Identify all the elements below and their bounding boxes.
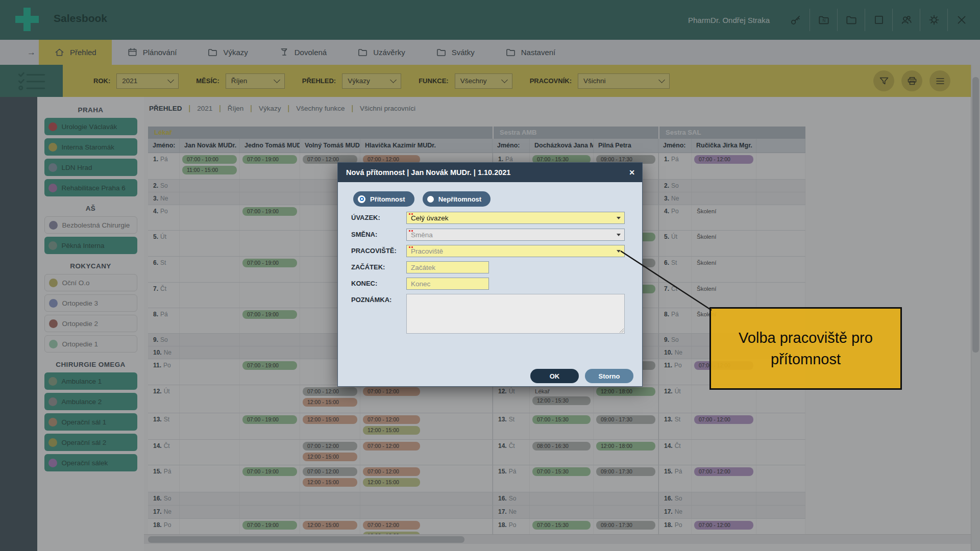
required-marker bbox=[409, 246, 410, 248]
zacatek-label: ZAČÁTEK: bbox=[351, 263, 385, 271]
poznamka-label: POZNÁMKA: bbox=[351, 296, 391, 304]
konec-label: KONEC: bbox=[351, 280, 377, 287]
poznamka-textarea[interactable] bbox=[406, 294, 625, 334]
dialog-title: Nová přítomnost | Jan Novák MUDr. | 1.10… bbox=[346, 168, 510, 177]
smena-label: SMĚNA: bbox=[351, 231, 377, 238]
radio-selected-icon bbox=[358, 195, 365, 203]
annotation-text: Volba pracoviště pro přítomnost bbox=[724, 327, 887, 370]
konec-placeholder: Konec bbox=[411, 280, 430, 288]
uvazek-label: ÚVAZEK: bbox=[351, 214, 380, 221]
pracoviste-select[interactable]: Pracoviště bbox=[406, 245, 625, 257]
uvazek-select[interactable]: Celý úvazek bbox=[406, 212, 625, 224]
close-icon[interactable]: ✕ bbox=[629, 168, 635, 177]
radio-nepritomnost[interactable]: Nepřítomnost bbox=[423, 191, 491, 207]
annotation-callout: Volba pracoviště pro přítomnost bbox=[709, 307, 902, 390]
smena-placeholder: Směna bbox=[411, 231, 433, 239]
new-presence-dialog: Nová přítomnost | Jan Novák MUDr. | 1.10… bbox=[337, 162, 643, 387]
required-marker bbox=[409, 230, 410, 232]
pracoviste-label: PRACOVIŠTĚ: bbox=[351, 247, 397, 255]
chevron-down-icon bbox=[617, 250, 621, 255]
salesbook-app: Salesbook PharmDr. Ondřej Straka N → Pře… bbox=[0, 0, 980, 551]
smena-select[interactable]: Směna bbox=[406, 229, 625, 241]
storno-button[interactable]: Storno bbox=[585, 369, 633, 383]
dialog-header: Nová přítomnost | Jan Novák MUDr. | 1.10… bbox=[338, 163, 642, 182]
radio-unselected-icon bbox=[427, 196, 434, 203]
radio-pritomnost[interactable]: Přítomnost bbox=[353, 191, 414, 207]
zacatek-placeholder: Začátek bbox=[411, 264, 435, 271]
chevron-down-icon bbox=[617, 217, 621, 221]
konec-input[interactable]: Konec bbox=[406, 278, 489, 290]
zacatek-input[interactable]: Začátek bbox=[406, 261, 489, 273]
uvazek-value: Celý úvazek bbox=[411, 214, 449, 222]
radio-pritomnost-label: Přítomnost bbox=[370, 195, 405, 203]
chevron-down-icon bbox=[617, 234, 621, 238]
radio-nepritomnost-label: Nepřítomnost bbox=[438, 195, 482, 203]
pracoviste-placeholder: Pracoviště bbox=[411, 247, 443, 255]
required-marker bbox=[409, 213, 410, 215]
resize-grip-icon[interactable] bbox=[619, 328, 624, 333]
ok-button[interactable]: OK bbox=[530, 369, 579, 383]
